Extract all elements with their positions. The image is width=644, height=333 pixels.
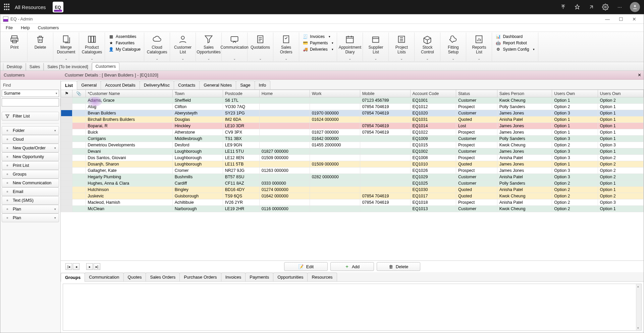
sidebar-item-new-quote-order[interactable]: ▫New Quote/Order▾ (2, 144, 59, 152)
ribbon-product-catalogues[interactable]: Product Catalogues (81, 33, 103, 55)
sidebar-item-print-list[interactable]: ▫Print List (2, 161, 59, 170)
chevron-down-icon[interactable]: ⌄ (156, 57, 158, 60)
ribbon-favourites[interactable]: ★Favourites (108, 40, 141, 46)
ribbon-report-robot[interactable]: 🤖Report Robot (495, 40, 535, 46)
column-header[interactable]: Mobile (360, 90, 410, 97)
table-row[interactable]: Hughes, Anna & ClaraCardiffCF11 8AZ0333 … (61, 180, 644, 187)
more-icon[interactable]: ⋯ (615, 3, 624, 11)
upload-icon[interactable] (559, 3, 568, 11)
column-header[interactable]: Sales Person (497, 90, 552, 97)
sidebar-item-email[interactable]: ▫Email (2, 187, 59, 196)
eq-app-icon[interactable]: EQ (53, 2, 63, 12)
dtab-list[interactable]: List (61, 81, 77, 90)
table-row[interactable]: Dosanjh, SharonLoughboroughLE11 5TB01509… (61, 161, 644, 168)
chevron-down-icon[interactable]: ⌄ (91, 57, 93, 60)
sidebar-item-groups[interactable]: ▫Groups (2, 170, 59, 179)
btab-sales-orders[interactable]: Sales Orders (146, 273, 180, 281)
delete-button[interactable]: 🗑Delete (377, 262, 420, 271)
table-row[interactable]: DevaniLoughboroughLE11 5TU01827 000000EQ… (61, 148, 644, 155)
nav-last-button[interactable]: ▸| (94, 263, 100, 270)
sidebar-item-folder[interactable]: ▫Folder▾ (2, 126, 59, 135)
table-row[interactable]: Birchall Brothers BuildersDouglasIM2 6DA… (61, 116, 644, 123)
pin-icon[interactable] (573, 3, 582, 11)
btab-purchase-orders[interactable]: Purchase Orders (179, 273, 221, 281)
column-header[interactable]: 📎 (72, 90, 86, 97)
dtab-contacts[interactable]: Contacts (174, 81, 200, 89)
scrollbar[interactable] (636, 284, 641, 330)
chevron-down-icon[interactable]: ⌄ (478, 57, 480, 60)
table-row[interactable]: Dos Santos, GiovaniLoughboroughLE12 8EN0… (61, 155, 644, 161)
ribbon-communication[interactable]: Communication (224, 33, 245, 50)
table-row[interactable]: Gallagher, KateCromerNR27 9JG01263 00000… (61, 168, 644, 174)
dtab-info[interactable]: Info (255, 81, 271, 89)
ribbon-appointment-diary[interactable]: Appointment Diary (339, 33, 361, 55)
btab-quotes[interactable]: Quotes (123, 273, 146, 281)
minimize-button[interactable]: — (601, 14, 614, 23)
btab-opportunities[interactable]: Opportunities (273, 273, 308, 281)
wtab-customers[interactable]: Customers (92, 62, 119, 70)
column-header[interactable]: Town (172, 90, 223, 97)
dtab-general-notes[interactable]: General Notes (199, 81, 236, 89)
ribbon-deliveries[interactable]: 🚚Deliveries▾ (303, 47, 333, 52)
column-header[interactable]: Postcode (223, 90, 259, 97)
column-header[interactable]: Users Own (552, 90, 598, 97)
ribbon-stock-control[interactable]: Stock Control (417, 33, 438, 55)
wtab-sales-invoiced[interactable]: Sales [To be invoiced] (44, 63, 92, 70)
apps-grid-icon[interactable] (4, 4, 11, 10)
edit-button[interactable]: 📝Edit (284, 262, 328, 271)
dtab-sage[interactable]: Sage (236, 81, 255, 89)
add-button[interactable]: ＋Add (330, 262, 374, 271)
ribbon-reports-list[interactable]: Reports List (468, 33, 490, 55)
chevron-down-icon[interactable]: ⌄ (374, 57, 377, 60)
column-header[interactable]: ⚑ (61, 90, 72, 97)
table-row[interactable]: Macleod, HamishAchiltibuieIV26 2YR07854 … (61, 199, 644, 206)
table-row[interactable]: JuskevicGuisboroughTS9 6QS01642 00000007… (61, 193, 644, 199)
ribbon-cloud-catalogues[interactable]: Cloud Catalogues (146, 33, 168, 55)
menu-help[interactable]: Help (17, 25, 34, 31)
expand-icon[interactable] (587, 3, 596, 11)
ribbon-dashboard[interactable]: 📊Dashboard (495, 34, 535, 39)
chevron-down-icon[interactable]: ⌄ (452, 57, 454, 60)
ribbon-quotations[interactable]: Quotations (250, 33, 271, 50)
ribbon-supplier-list[interactable]: Supplier List (365, 33, 386, 55)
chevron-down-icon[interactable]: ⌄ (181, 57, 184, 60)
ribbon-my-catalogue[interactable]: 👤My Catalogue (108, 47, 141, 52)
ribbon-system-config[interactable]: ⚙System Config▾ (495, 47, 535, 52)
wtab-desktop[interactable]: Desktop (3, 63, 26, 70)
customer-grid-wrap[interactable]: ⚑📎 *Customer NameTownPostcodeHomeWorkMob… (61, 90, 644, 261)
table-row[interactable]: BuickAtherstoneCV9 3PX01827 00000007854 … (61, 129, 644, 136)
ribbon-invoices[interactable]: 🧾Invoices▾ (303, 34, 333, 39)
column-header[interactable]: Home (259, 90, 310, 97)
nav-prev-button[interactable]: ◂ (73, 263, 79, 270)
chevron-down-icon[interactable]: ⌄ (426, 57, 429, 60)
ribbon-delete[interactable]: Delete (30, 33, 51, 50)
btab-invoices[interactable]: Invoices (221, 273, 246, 281)
table-row[interactable]: HutchinsonBingleyBD16 4DY01274 000000EQ1… (61, 187, 644, 193)
chevron-down-icon[interactable]: ⌄ (207, 57, 210, 60)
sidebar-item-cloud[interactable]: ▫Cloud (2, 135, 59, 144)
chevron-down-icon[interactable]: ⌄ (400, 57, 403, 60)
table-row[interactable]: Boparai, RHinckleyLE10 3DR07854 704619EQ… (61, 123, 644, 129)
table-row[interactable]: Hegarty PlumbingBushmillsBT57 8SU0282 00… (61, 174, 644, 180)
btab-groups[interactable]: Groups (61, 273, 85, 282)
sidebar-item-text-sms-[interactable]: ▫Text (SMS) (2, 196, 59, 205)
chevron-down-icon[interactable]: ⌄ (259, 57, 262, 60)
ribbon-sales-orders[interactable]: Sales Orders (275, 33, 297, 55)
dtab-account-details[interactable]: Account Details (101, 81, 140, 89)
table-row[interactable]: CorrigansMiddlesbroughTS1 3BX01642 00000… (61, 136, 644, 142)
gear-icon[interactable] (601, 3, 610, 11)
menu-file[interactable]: File (2, 25, 17, 31)
panel-close-icon[interactable]: ✕ (635, 73, 644, 78)
close-button[interactable]: ✕ (628, 14, 641, 23)
chevron-down-icon[interactable]: ⌄ (65, 57, 67, 60)
column-header[interactable]: Account Code (410, 90, 456, 97)
ribbon-print[interactable]: Print (4, 33, 25, 50)
chevron-down-icon[interactable]: ⌄ (348, 57, 351, 60)
btab-communication[interactable]: Communication (85, 273, 123, 281)
table-row[interactable]: Adams, GraceSheffieldS6 1TL07123 456789E… (61, 97, 644, 104)
ribbon-payments[interactable]: 💳Payments▾ (303, 40, 333, 46)
filter-list-button[interactable]: Filter List (2, 112, 59, 121)
nav-first-button[interactable]: |◂ (65, 263, 72, 270)
user-avatar[interactable] (630, 2, 640, 12)
customer-grid[interactable]: ⚑📎 *Customer NameTownPostcodeHomeWorkMob… (61, 90, 644, 212)
